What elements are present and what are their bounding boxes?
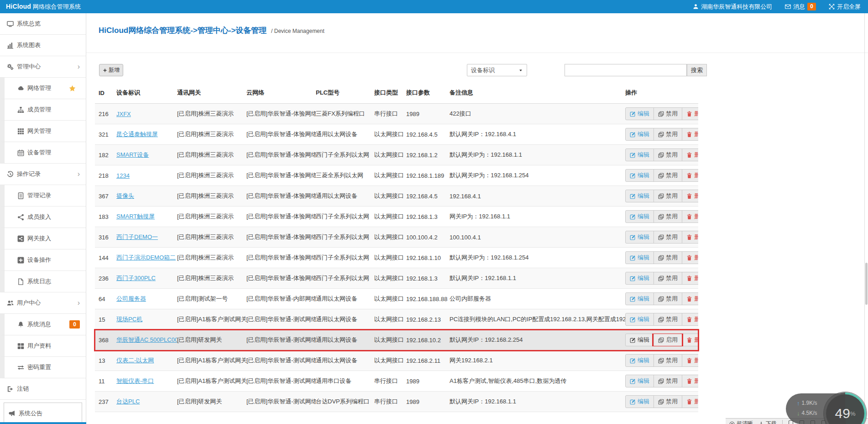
table-row[interactable]: 236西门子300PLC[已启用]株洲三菱演示[已启用]华辰智通-体验网络西门子… [95, 268, 698, 289]
sidebar-item-user-profile[interactable]: 用户资料 [0, 335, 86, 357]
device-name-link[interactable]: JXFX [116, 111, 131, 117]
disable-button[interactable]: 禁用 [654, 252, 682, 264]
disable-button[interactable]: 禁用 [654, 231, 682, 243]
edit-button[interactable]: 编辑 [626, 211, 654, 223]
disable-button[interactable]: 禁用 [654, 272, 682, 284]
device-name-link[interactable]: 摄像头 [116, 192, 134, 199]
disable-button[interactable]: 禁用 [654, 170, 682, 181]
sidebar-item-member-access[interactable]: 成员接入 [0, 207, 86, 228]
delete-button[interactable]: 删除 [682, 128, 698, 140]
disable-button[interactable]: 禁用 [654, 355, 682, 366]
edit-button[interactable]: 编辑 [626, 293, 654, 305]
delete-button[interactable]: 删除 [682, 211, 698, 223]
delete-button[interactable]: 删除 [682, 190, 698, 202]
edit-button[interactable]: 编辑 [626, 313, 654, 325]
edit-button[interactable]: 编辑 [626, 128, 654, 140]
disable-button[interactable]: 禁用 [654, 128, 682, 140]
sidebar-item-member-mgmt[interactable]: 成员管理 [0, 99, 86, 121]
disable-button[interactable]: 禁用 [654, 313, 682, 325]
table-row[interactable]: 182SMART设备[已启用]株洲三菱演示[已启用]华辰智通-体验网络西门子全系… [95, 145, 698, 165]
filter-field-select[interactable]: 设备标识 [467, 64, 527, 76]
edit-button[interactable]: 编辑 [626, 108, 654, 120]
edit-button[interactable]: 编辑 [626, 190, 654, 202]
table-row[interactable]: 367摄像头[已启用]株洲三菱演示[已启用]华辰智通-体验网络通用以太网设备以太… [95, 186, 698, 207]
table-row[interactable]: 15现场PC机[已启用]A1栋客户测试网关[已启用]华辰智通-测试网络通用以太网… [95, 309, 698, 330]
disable-button[interactable]: 禁用 [654, 293, 682, 305]
device-name-link[interactable]: 公司服务器 [116, 295, 146, 302]
sidebar-item-system-announcement[interactable]: 系统公告 [4, 403, 82, 424]
sidebar-item-operation-logs[interactable]: 操作记录› [0, 164, 86, 185]
edit-button[interactable]: 编辑 [626, 231, 654, 243]
table-row[interactable]: 64公司服务器[已启用]测试架一号[已启用]华辰智通-内部网络通用以太网设备以太… [95, 289, 698, 309]
fullscreen-button[interactable]: 开启全屏 [829, 3, 861, 11]
device-name-link[interactable]: 1234 [116, 172, 130, 179]
table-row[interactable]: 368华辰智通AC 500PLC001[已启用]研发网关[已启用]华辰智通-测试… [95, 330, 698, 350]
disable-button[interactable]: 禁用 [654, 211, 682, 223]
device-name-link[interactable]: 西门子300PLC [116, 275, 156, 281]
edit-button[interactable]: 编辑 [626, 170, 654, 181]
messages-button[interactable]: 消息 0 [785, 3, 816, 11]
table-row[interactable]: 11智能仪表-串口[已启用]A1栋客户测试网关[已启用]华辰智通-测试网络通用串… [95, 371, 698, 392]
search-input[interactable] [565, 64, 687, 76]
table-row[interactable]: 321昆仑通泰触摸屏[已启用]株洲三菱演示[已启用]华辰智通-体验网络通用以太网… [95, 124, 698, 145]
device-name-link[interactable]: 华辰智通AC 500PLC001 [116, 336, 177, 343]
device-name-link[interactable]: 西门子DEMO一 [116, 233, 158, 240]
disable-button[interactable]: 禁用 [654, 396, 682, 408]
edit-button[interactable]: 编辑 [626, 375, 654, 387]
delete-button[interactable]: 删除 [682, 396, 698, 408]
disable-button[interactable]: 禁用 [654, 149, 682, 161]
table-row[interactable]: 13仪表二-以太网[已启用]A1栋客户测试网关[已启用]华辰智通-测试网络通用以… [95, 350, 698, 371]
sidebar-item-system-log[interactable]: 系统日志 [0, 271, 86, 292]
delete-button[interactable]: 删除 [682, 355, 698, 366]
device-name-link[interactable]: 昆仑通泰触摸屏 [116, 131, 158, 138]
delete-button[interactable]: 删除 [682, 252, 698, 264]
download-button[interactable]: 下载 [758, 420, 777, 424]
device-name-link[interactable]: SMART触摸屏 [116, 213, 155, 220]
quality-button[interactable]: 超清晰 [729, 420, 753, 424]
disable-button[interactable]: 禁用 [654, 108, 682, 120]
delete-button[interactable]: 删除 [682, 170, 698, 181]
table-row[interactable]: 216JXFX[已启用]株洲三菱演示[已启用]华辰智通-体验网络三菱FX系列编程… [95, 104, 698, 124]
edit-button[interactable]: 编辑 [626, 272, 654, 284]
company-account[interactable]: 湖南华辰智通科技有限公司 [693, 3, 772, 11]
delete-button[interactable]: 删除 [682, 272, 698, 284]
sidebar-item-system-messages[interactable]: 系统消息0 [0, 314, 86, 335]
edit-button[interactable]: 编辑 [626, 355, 654, 366]
table-row[interactable]: 237台达PLC[已启用]研发网关[已启用]华辰智通-测试网络台达DVP系列编程… [95, 392, 698, 412]
table-row[interactable]: 316西门子DEMO一[已启用]株洲三菱演示[已启用]华辰智通-体验网络西门子全… [95, 227, 698, 248]
scrollbar-thumb[interactable] [865, 263, 868, 305]
edit-button[interactable]: 编辑 [626, 252, 654, 264]
sidebar-item-system-overview[interactable]: 系统总览 [0, 13, 86, 35]
sidebar-item-admin-records[interactable]: 管理记录 [0, 185, 86, 207]
sidebar-item-password-reset[interactable]: 密码重置 [0, 357, 86, 378]
edit-button[interactable]: 编辑 [626, 334, 654, 346]
edit-button[interactable]: 编辑 [626, 149, 654, 161]
device-name-link[interactable]: 仪表二-以太网 [116, 357, 154, 364]
device-name-link[interactable]: 智能仪表-串口 [116, 377, 154, 384]
sidebar-item-user-center[interactable]: 用户中心› [0, 292, 86, 314]
device-name-link[interactable]: 台达PLC [116, 398, 140, 405]
sidebar-item-logout[interactable]: 注销 [0, 378, 86, 400]
search-button[interactable]: 搜索 [687, 64, 707, 76]
delete-button[interactable]: 删除 [682, 108, 698, 120]
table-row[interactable]: 183SMART触摸屏[已启用]株洲三菱演示[已启用]华辰智通-体验网络西门子全… [95, 207, 698, 227]
sidebar-item-network-mgmt[interactable]: 网络管理 [0, 78, 86, 99]
sidebar-item-device-operations[interactable]: 设备操作 [0, 249, 86, 271]
sidebar-item-admin-center[interactable]: 管理中心› [0, 56, 86, 78]
table-row[interactable]: 144西门子演示DEMO箱二[已启用]株洲三菱演示[已启用]华辰智通-体验网络西… [95, 248, 698, 268]
enable-button[interactable]: 启用 [654, 334, 682, 346]
delete-button[interactable]: 删除 [682, 231, 698, 243]
disable-button[interactable]: 禁用 [654, 375, 682, 387]
add-device-button[interactable]: 新增 [99, 64, 123, 76]
delete-button[interactable]: 删除 [682, 149, 698, 161]
edit-button[interactable]: 编辑 [626, 396, 654, 408]
table-row[interactable]: 2181234[已启用]株洲三菱演示[已启用]华辰智通-体验网络三菱全系列以太网… [95, 165, 698, 186]
sidebar-item-gateway-access[interactable]: 网关接入 [0, 228, 86, 249]
delete-button[interactable]: 删除 [682, 313, 698, 325]
disable-button[interactable]: 禁用 [654, 190, 682, 202]
device-name-link[interactable]: SMART设备 [116, 151, 149, 158]
device-name-link[interactable]: 西门子演示DEMO箱二 [116, 254, 176, 261]
sidebar-item-gateway-mgmt[interactable]: 网关管理 [0, 121, 86, 142]
sidebar-item-device-mgmt[interactable]: 设备管理 [0, 142, 86, 164]
sidebar-item-system-charts[interactable]: 系统图表 [0, 35, 86, 56]
